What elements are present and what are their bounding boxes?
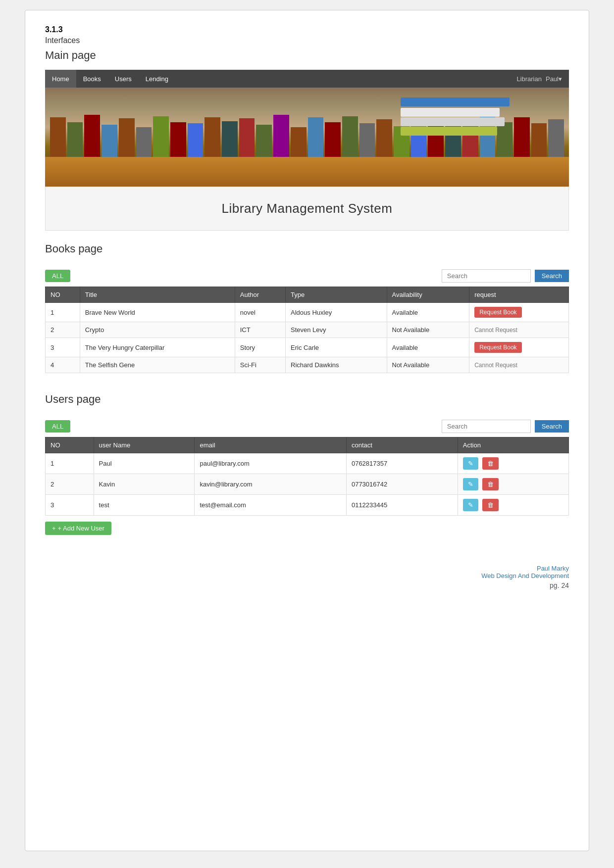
users-table-row: 1 Paul paul@library.com 0762817357 ✎ 🗑 (46, 453, 569, 474)
books-table: NO Title Author Type Availability reques… (45, 287, 569, 373)
books-page-title: Books page (45, 242, 569, 255)
users-search-button[interactable]: Search (535, 420, 569, 433)
cannot-request-text: Cannot Request (474, 327, 517, 334)
books-all-button[interactable]: ALL (45, 270, 70, 282)
add-user-plus-icon: + (52, 525, 56, 532)
users-all-button[interactable]: ALL (45, 420, 70, 433)
users-row-action: ✎ 🗑 (458, 495, 568, 516)
nav-users[interactable]: Users (108, 70, 139, 88)
books-row-title: The Very Hungry Caterpillar (80, 338, 235, 357)
add-user-button[interactable]: + + Add New User (45, 522, 111, 535)
books-table-row: 1 Brave New World novel Aldous Huxley Av… (46, 303, 569, 322)
books-row-availability: Not Available (387, 322, 469, 338)
users-row-name: Paul (94, 453, 195, 474)
books-row-type: Eric Carle (286, 338, 387, 357)
users-col-no: NO (46, 437, 94, 453)
users-row-name: Kavin (94, 474, 195, 495)
users-table: NO user Name email contact Action 1 Paul… (45, 437, 569, 516)
nav-user-label[interactable]: Paul▾ (546, 75, 562, 83)
books-table-row: 4 The Selfish Gene Sci-Fi Richard Dawkin… (46, 357, 569, 373)
users-row-no: 1 (46, 453, 94, 474)
books-col-type: Type (286, 287, 387, 303)
users-row-contact: 0773016742 (346, 474, 458, 495)
books-row-title: The Selfish Gene (80, 357, 235, 373)
books-row-no: 3 (46, 338, 80, 357)
footer-page: pg. 24 (45, 581, 569, 589)
books-row-request: Cannot Request (469, 322, 569, 338)
books-col-availability: Availability (387, 287, 469, 303)
books-row-no: 1 (46, 303, 80, 322)
users-table-row: 3 test test@email.com 0112233445 ✎ 🗑 (46, 495, 569, 516)
users-row-email: kavin@library.com (195, 474, 346, 495)
books-row-type: Steven Levy (286, 322, 387, 338)
books-col-request: request (469, 287, 569, 303)
books-row-author: novel (235, 303, 285, 322)
nav-books[interactable]: Books (76, 70, 108, 88)
books-table-row: 2 Crypto ICT Steven Levy Not Available C… (46, 322, 569, 338)
users-row-email: test@email.com (195, 495, 346, 516)
users-row-no: 3 (46, 495, 94, 516)
books-row-availability: Available (387, 303, 469, 322)
users-col-action: Action (458, 437, 568, 453)
cannot-request-text: Cannot Request (474, 362, 517, 369)
books-search-input[interactable] (442, 269, 531, 283)
books-row-title: Brave New World (80, 303, 235, 322)
edit-user-button[interactable]: ✎ (463, 457, 478, 470)
books-search-button[interactable]: Search (535, 270, 569, 282)
books-row-no: 4 (46, 357, 80, 373)
books-row-request: Request Book (469, 303, 569, 322)
users-row-name: test (94, 495, 195, 516)
books-row-no: 2 (46, 322, 80, 338)
edit-user-button[interactable]: ✎ (463, 478, 478, 490)
edit-user-button[interactable]: ✎ (463, 499, 478, 511)
main-page-title: Main page (45, 49, 569, 62)
users-col-email: email (195, 437, 346, 453)
books-toolbar: ALL Search (45, 269, 569, 283)
navbar: Home Books Users Lending Librarian Paul▾ (45, 70, 569, 88)
books-row-author: Sci-Fi (235, 357, 285, 373)
hero-image (45, 88, 569, 187)
users-toolbar: ALL Search (45, 420, 569, 433)
books-row-request: Request Book (469, 338, 569, 357)
section-subtitle: Interfaces (45, 36, 569, 45)
request-book-button[interactable]: Request Book (474, 342, 521, 353)
users-table-section: ALL Search NO user Name email contact Ac… (45, 420, 569, 535)
books-table-section: ALL Search NO Title Author Type Availabi… (45, 269, 569, 373)
section-number: 3.1.3 (45, 25, 569, 34)
users-row-no: 2 (46, 474, 94, 495)
books-row-request: Cannot Request (469, 357, 569, 373)
page-container: 3.1.3 Interfaces Main page Home Books Us… (25, 10, 589, 851)
users-row-action: ✎ 🗑 (458, 474, 568, 495)
users-row-action: ✎ 🗑 (458, 453, 568, 474)
books-row-author: ICT (235, 322, 285, 338)
books-row-availability: Not Available (387, 357, 469, 373)
books-row-title: Crypto (80, 322, 235, 338)
books-table-row: 3 The Very Hungry Caterpillar Story Eric… (46, 338, 569, 357)
users-row-contact: 0762817357 (346, 453, 458, 474)
main-page-mockup: Home Books Users Lending Librarian Paul▾ (45, 70, 569, 231)
users-col-name: user Name (94, 437, 195, 453)
users-row-contact: 0112233445 (346, 495, 458, 516)
delete-user-button[interactable]: 🗑 (482, 499, 499, 511)
footer-description: Web Design And Development (45, 572, 569, 579)
books-col-no: NO (46, 287, 80, 303)
books-col-title: Title (80, 287, 235, 303)
footer-name: Paul Marky (45, 565, 569, 572)
books-row-type: Richard Dawkins (286, 357, 387, 373)
hero-title-box: Library Management System (45, 187, 569, 231)
footer: Paul Marky Web Design And Development pg… (45, 565, 569, 589)
delete-user-button[interactable]: 🗑 (482, 457, 499, 470)
users-col-contact: contact (346, 437, 458, 453)
books-col-author: Author (235, 287, 285, 303)
add-user-label: + Add New User (58, 525, 104, 532)
delete-user-button[interactable]: 🗑 (482, 478, 499, 490)
nav-lending[interactable]: Lending (139, 70, 175, 88)
books-row-author: Story (235, 338, 285, 357)
nav-librarian-label: Librarian (516, 75, 542, 83)
users-search-input[interactable] (442, 420, 531, 433)
nav-home[interactable]: Home (45, 70, 76, 88)
users-row-email: paul@library.com (195, 453, 346, 474)
request-book-button[interactable]: Request Book (474, 307, 521, 318)
books-row-type: Aldous Huxley (286, 303, 387, 322)
users-table-row: 2 Kavin kavin@library.com 0773016742 ✎ 🗑 (46, 474, 569, 495)
